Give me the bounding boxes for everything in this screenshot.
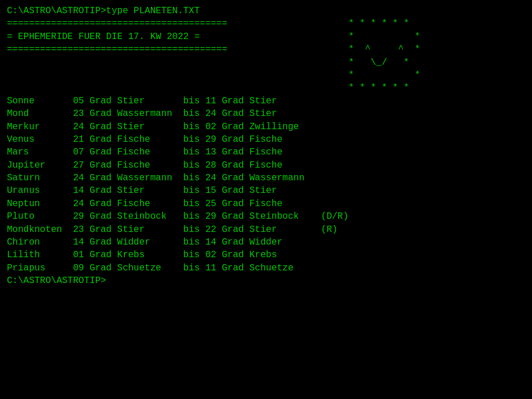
planet-priapus: Priapus 09 Grad Schuetze bis 11 Grad Sch…: [7, 262, 525, 274]
planet-pluto: Pluto 29 Grad Steinbock bis 29 Grad Stei…: [7, 210, 525, 223]
prompt-top: C:\ASTRO\ASTROTIP>type PLANETEN.TXT: [7, 5, 525, 17]
planet-lilith: Lilith 01 Grad Krebs bis 02 Grad Krebs: [7, 249, 525, 261]
planet-saturn: Saturn 24 Grad Wassermann bis 24 Grad Wa…: [7, 172, 525, 184]
header-line-4: * *: [7, 69, 525, 82]
planet-uranus: Uranus 14 Grad Stier bis 15 Grad Stier: [7, 184, 525, 197]
header-line-2: ========================================…: [7, 43, 525, 56]
planet-mondknoten: Mondknoten 23 Grad Stier bis 22 Grad Sti…: [7, 223, 525, 236]
header-line-3: * \_/ *: [7, 56, 525, 69]
planet-chiron: Chiron 14 Grad Widder bis 14 Grad Widder: [7, 236, 525, 249]
terminal: C:\ASTRO\ASTROTIP>type PLANETEN.TXT=====…: [7, 5, 525, 288]
prompt-bottom: C:\ASTRO\ASTROTIP>: [7, 274, 525, 287]
planet-mond: Mond 23 Grad Wassermann bis 24 Grad Stie…: [7, 107, 525, 120]
planet-mars: Mars 07 Grad Fische bis 13 Grad Fische: [7, 146, 525, 158]
planet-neptun: Neptun 24 Grad Fische bis 25 Grad Fische: [7, 197, 525, 210]
header-line-5: * * * * * *: [7, 82, 525, 94]
planet-merkur: Merkur 24 Grad Stier bis 02 Grad Zwillin…: [7, 121, 525, 133]
planet-jupiter: Jupiter 27 Grad Fische bis 28 Grad Fisch…: [7, 159, 525, 172]
planet-sonne: Sonne 05 Grad Stier bis 11 Grad Stier: [7, 95, 525, 107]
header-line-1: = EPHEMERIDE FUER DIE 17. KW 2022 = * *: [7, 30, 525, 43]
header-line-0: ========================================…: [7, 17, 525, 30]
planet-venus: Venus 21 Grad Fische bis 29 Grad Fische: [7, 133, 525, 146]
